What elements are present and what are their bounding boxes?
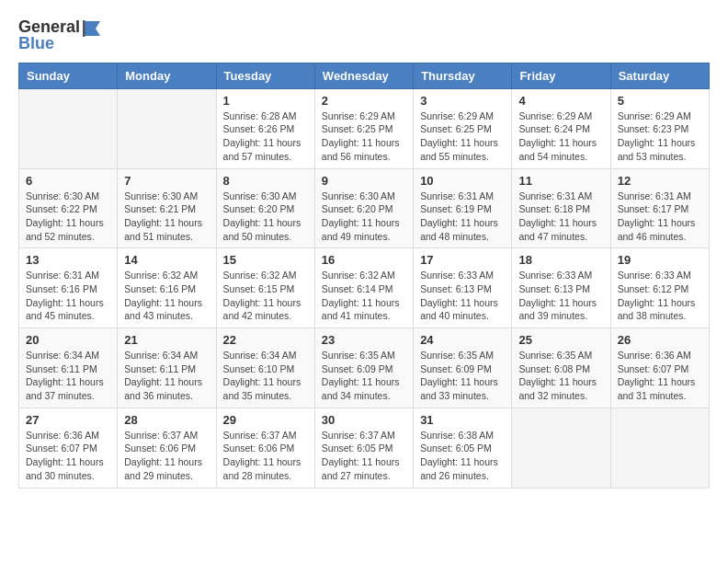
day-header-tuesday: Tuesday: [216, 63, 314, 88]
day-number: 7: [124, 174, 209, 188]
day-info: Sunrise: 6:30 AM Sunset: 6:20 PM Dayligh…: [223, 190, 308, 244]
day-info: Sunrise: 6:38 AM Sunset: 6:05 PM Dayligh…: [420, 429, 505, 483]
calendar-cell: 24Sunrise: 6:35 AM Sunset: 6:09 PM Dayli…: [414, 328, 512, 408]
calendar-cell: 21Sunrise: 6:34 AM Sunset: 6:11 PM Dayli…: [118, 328, 216, 408]
day-info: Sunrise: 6:35 AM Sunset: 6:08 PM Dayligh…: [518, 349, 603, 403]
calendar-cell: [610, 408, 709, 488]
calendar-cell: 6Sunrise: 6:30 AM Sunset: 6:22 PM Daylig…: [19, 168, 118, 248]
day-number: 22: [223, 333, 308, 347]
calendar-cell: 19Sunrise: 6:33 AM Sunset: 6:12 PM Dayli…: [610, 248, 709, 328]
day-header-wednesday: Wednesday: [314, 63, 413, 88]
day-info: Sunrise: 6:30 AM Sunset: 6:20 PM Dayligh…: [322, 190, 406, 244]
calendar-cell: 11Sunrise: 6:31 AM Sunset: 6:18 PM Dayli…: [512, 168, 610, 248]
calendar-cell: 26Sunrise: 6:36 AM Sunset: 6:07 PM Dayli…: [610, 328, 709, 408]
logo-flag-icon: [82, 20, 102, 37]
day-info: Sunrise: 6:34 AM Sunset: 6:10 PM Dayligh…: [223, 349, 308, 403]
day-info: Sunrise: 6:37 AM Sunset: 6:06 PM Dayligh…: [223, 429, 308, 483]
calendar-cell: 23Sunrise: 6:35 AM Sunset: 6:09 PM Dayli…: [314, 328, 413, 408]
calendar-cell: 20Sunrise: 6:34 AM Sunset: 6:11 PM Dayli…: [19, 328, 118, 408]
calendar-cell: 13Sunrise: 6:31 AM Sunset: 6:16 PM Dayli…: [19, 248, 118, 328]
day-number: 26: [618, 333, 702, 347]
calendar-cell: [19, 88, 118, 168]
day-number: 6: [26, 174, 110, 188]
logo: General Blue: [18, 18, 102, 53]
svg-marker-0: [85, 21, 100, 36]
day-number: 13: [26, 253, 110, 267]
day-number: 5: [618, 94, 702, 108]
page-header: General Blue: [18, 18, 710, 53]
calendar-cell: 18Sunrise: 6:33 AM Sunset: 6:13 PM Dayli…: [512, 248, 610, 328]
day-number: 4: [518, 94, 603, 108]
calendar-cell: 31Sunrise: 6:38 AM Sunset: 6:05 PM Dayli…: [414, 408, 512, 488]
day-info: Sunrise: 6:35 AM Sunset: 6:09 PM Dayligh…: [322, 349, 406, 403]
calendar-cell: 29Sunrise: 6:37 AM Sunset: 6:06 PM Dayli…: [216, 408, 314, 488]
day-info: Sunrise: 6:37 AM Sunset: 6:05 PM Dayligh…: [322, 429, 406, 483]
day-info: Sunrise: 6:28 AM Sunset: 6:26 PM Dayligh…: [223, 109, 308, 164]
day-number: 31: [420, 413, 505, 427]
day-info: Sunrise: 6:30 AM Sunset: 6:22 PM Dayligh…: [26, 190, 110, 244]
calendar-cell: 12Sunrise: 6:31 AM Sunset: 6:17 PM Dayli…: [610, 168, 709, 248]
day-number: 1: [223, 94, 308, 108]
day-info: Sunrise: 6:32 AM Sunset: 6:16 PM Dayligh…: [124, 269, 209, 323]
day-number: 2: [322, 94, 406, 108]
day-header-saturday: Saturday: [610, 63, 709, 88]
calendar-cell: 5Sunrise: 6:29 AM Sunset: 6:23 PM Daylig…: [610, 88, 709, 168]
calendar-cell: [118, 88, 216, 168]
day-info: Sunrise: 6:33 AM Sunset: 6:12 PM Dayligh…: [618, 269, 702, 323]
day-number: 8: [223, 174, 308, 188]
calendar-cell: 27Sunrise: 6:36 AM Sunset: 6:07 PM Dayli…: [19, 408, 118, 488]
day-header-sunday: Sunday: [19, 63, 118, 88]
svg-rect-1: [83, 20, 85, 37]
calendar-header-row: SundayMondayTuesdayWednesdayThursdayFrid…: [19, 63, 710, 88]
calendar-cell: [512, 408, 610, 488]
day-number: 19: [618, 253, 702, 267]
day-header-monday: Monday: [118, 63, 216, 88]
day-number: 23: [322, 333, 406, 347]
day-number: 16: [322, 253, 406, 267]
day-number: 29: [223, 413, 308, 427]
calendar-cell: 25Sunrise: 6:35 AM Sunset: 6:08 PM Dayli…: [512, 328, 610, 408]
day-info: Sunrise: 6:29 AM Sunset: 6:25 PM Dayligh…: [322, 109, 406, 164]
day-info: Sunrise: 6:31 AM Sunset: 6:18 PM Dayligh…: [518, 190, 603, 244]
calendar-cell: 4Sunrise: 6:29 AM Sunset: 6:24 PM Daylig…: [512, 88, 610, 168]
day-number: 21: [124, 333, 209, 347]
calendar-cell: 10Sunrise: 6:31 AM Sunset: 6:19 PM Dayli…: [414, 168, 512, 248]
day-number: 12: [618, 174, 702, 188]
day-number: 9: [322, 174, 406, 188]
day-header-thursday: Thursday: [414, 63, 512, 88]
calendar-cell: 2Sunrise: 6:29 AM Sunset: 6:25 PM Daylig…: [314, 88, 413, 168]
day-info: Sunrise: 6:36 AM Sunset: 6:07 PM Dayligh…: [618, 349, 702, 403]
calendar-week-row: 6Sunrise: 6:30 AM Sunset: 6:22 PM Daylig…: [19, 168, 710, 248]
day-number: 14: [124, 253, 209, 267]
day-info: Sunrise: 6:31 AM Sunset: 6:16 PM Dayligh…: [26, 269, 110, 323]
day-info: Sunrise: 6:30 AM Sunset: 6:21 PM Dayligh…: [124, 190, 209, 244]
day-info: Sunrise: 6:31 AM Sunset: 6:17 PM Dayligh…: [618, 190, 702, 244]
calendar-week-row: 20Sunrise: 6:34 AM Sunset: 6:11 PM Dayli…: [19, 328, 710, 408]
calendar-cell: 7Sunrise: 6:30 AM Sunset: 6:21 PM Daylig…: [118, 168, 216, 248]
day-number: 30: [322, 413, 406, 427]
calendar-cell: 3Sunrise: 6:29 AM Sunset: 6:25 PM Daylig…: [414, 88, 512, 168]
calendar-cell: 30Sunrise: 6:37 AM Sunset: 6:05 PM Dayli…: [314, 408, 413, 488]
calendar-week-row: 27Sunrise: 6:36 AM Sunset: 6:07 PM Dayli…: [19, 408, 710, 488]
day-number: 18: [518, 253, 603, 267]
day-header-friday: Friday: [512, 63, 610, 88]
day-number: 25: [518, 333, 603, 347]
calendar-cell: 15Sunrise: 6:32 AM Sunset: 6:15 PM Dayli…: [216, 248, 314, 328]
calendar-cell: 17Sunrise: 6:33 AM Sunset: 6:13 PM Dayli…: [414, 248, 512, 328]
calendar-cell: 14Sunrise: 6:32 AM Sunset: 6:16 PM Dayli…: [118, 248, 216, 328]
logo-text-wrap: General Blue: [18, 18, 102, 53]
day-info: Sunrise: 6:33 AM Sunset: 6:13 PM Dayligh…: [518, 269, 603, 323]
day-info: Sunrise: 6:33 AM Sunset: 6:13 PM Dayligh…: [420, 269, 505, 323]
day-info: Sunrise: 6:34 AM Sunset: 6:11 PM Dayligh…: [26, 349, 110, 403]
calendar-week-row: 13Sunrise: 6:31 AM Sunset: 6:16 PM Dayli…: [19, 248, 710, 328]
day-info: Sunrise: 6:29 AM Sunset: 6:25 PM Dayligh…: [420, 109, 505, 164]
logo-wrap: General Blue: [18, 18, 102, 53]
calendar-table: SundayMondayTuesdayWednesdayThursdayFrid…: [18, 63, 710, 488]
day-number: 27: [26, 413, 110, 427]
calendar-cell: 16Sunrise: 6:32 AM Sunset: 6:14 PM Dayli…: [314, 248, 413, 328]
day-info: Sunrise: 6:29 AM Sunset: 6:23 PM Dayligh…: [618, 109, 702, 164]
day-info: Sunrise: 6:37 AM Sunset: 6:06 PM Dayligh…: [124, 429, 209, 483]
day-info: Sunrise: 6:31 AM Sunset: 6:19 PM Dayligh…: [420, 190, 505, 244]
logo-blue: Blue: [18, 34, 102, 53]
day-number: 28: [124, 413, 209, 427]
